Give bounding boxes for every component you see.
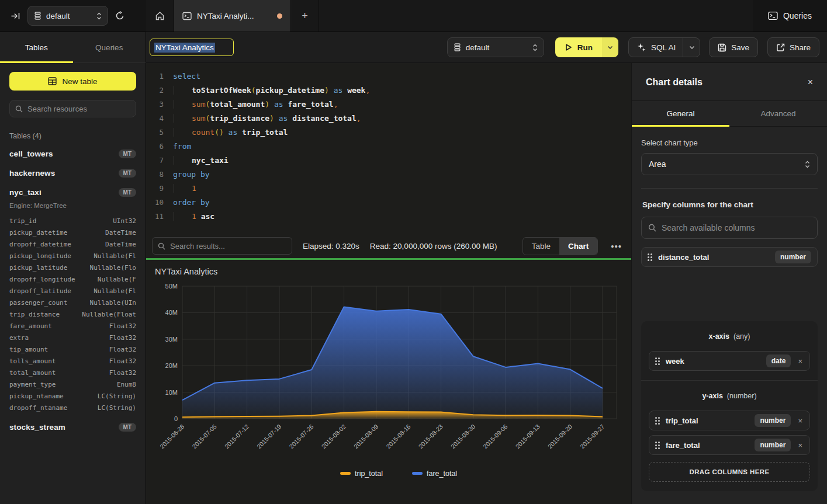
engine-badge: MT [119, 150, 136, 158]
sql-ai-button[interactable]: SQL AI [628, 37, 700, 57]
share-button[interactable]: Share [767, 37, 819, 57]
column-pill-fare_total[interactable]: fare_total number× [649, 435, 810, 455]
drag-handle-icon[interactable] [648, 253, 652, 261]
run-button[interactable]: Run [555, 37, 602, 57]
collapse-sidebar-icon [11, 11, 20, 21]
drag-handle-icon[interactable] [655, 442, 660, 449]
x-axis-hint: (any) [733, 332, 750, 340]
table-item-nyc_taxi[interactable]: nyc_taxi MT [9, 187, 136, 198]
drop-zone[interactable]: DRAG COLUMNS HERE [649, 462, 810, 482]
sidebar-tab-tables[interactable]: Tables [0, 32, 73, 62]
pill-name: week [666, 357, 760, 366]
type-badge: number [755, 439, 791, 451]
code-text: nyc_taxi [164, 156, 229, 165]
tab-advanced[interactable]: Advanced [729, 101, 827, 126]
sql-editor[interactable]: 1 select2 toStartOfWeek(pickup_datetime)… [146, 63, 631, 234]
code-line-9: 9 1 [146, 181, 631, 195]
svg-text:20M: 20M [165, 362, 178, 369]
new-table-label: New table [62, 77, 97, 86]
new-tab-button[interactable]: + [291, 0, 319, 32]
column-type: Float32 [109, 369, 136, 377]
code-line-2: 2 toStartOfWeek(pickup_datetime) as week… [146, 83, 631, 97]
remove-column-button[interactable]: × [797, 357, 804, 366]
remove-column-button[interactable]: × [797, 441, 804, 450]
type-badge: number [755, 414, 791, 427]
svg-text:2015-09-27: 2015-09-27 [579, 423, 606, 450]
tab-general[interactable]: General [632, 101, 729, 126]
view-toggle: TableChart [523, 237, 598, 255]
chart-type-label: Select chart type [641, 138, 818, 147]
search-columns-input[interactable]: Search available columns [641, 217, 818, 239]
new-table-button[interactable]: New table [9, 72, 136, 91]
sql-ai-options-button[interactable] [683, 38, 695, 57]
column-name: pickup_ntaname [9, 392, 64, 400]
svg-text:2015-07-12: 2015-07-12 [223, 423, 251, 450]
column-row-payment_type: payment_type Enum8 [9, 378, 136, 390]
search-resources-placeholder: Search resources [27, 105, 87, 113]
search-icon [158, 242, 165, 250]
table-item-cell_towers[interactable]: cell_towers MT [9, 148, 136, 159]
tab-home[interactable] [146, 0, 174, 32]
results-toolbar: Search results... Elapsed: 0.320s Read: … [146, 234, 631, 260]
close-panel-button[interactable]: × [808, 77, 813, 88]
y-axis-section: y-axis(number) trip_total number× fare_t… [641, 380, 818, 491]
search-results-placeholder: Search results... [170, 242, 225, 251]
results-more-button[interactable]: ••• [608, 241, 624, 251]
table-name: stocks_stream [9, 423, 65, 432]
tab-query-label: NYTaxi Analyti... [197, 12, 272, 20]
column-name: pickup_datetime [9, 229, 67, 237]
save-button[interactable]: Save [709, 37, 758, 57]
column-row-pickup_longitude: pickup_longitude Nullable(Fl [9, 250, 136, 262]
svg-text:2015-08-16: 2015-08-16 [385, 423, 412, 450]
query-title-input[interactable]: NYTaxi Analytics [150, 39, 234, 56]
database-selector-top[interactable]: default [27, 6, 108, 26]
refresh-button[interactable] [115, 11, 124, 20]
top-bar-left: default [0, 0, 146, 32]
column-type: Enum8 [117, 381, 136, 388]
chevron-down-icon [689, 46, 695, 50]
table-item-stocks_stream[interactable]: stocks_stream MT [9, 422, 136, 433]
database-icon [34, 12, 41, 20]
svg-text:2015-08-02: 2015-08-02 [320, 423, 347, 450]
collapse-sidebar-button[interactable] [11, 11, 20, 21]
search-resources-input[interactable]: Search resources [9, 100, 136, 117]
drag-handle-icon[interactable] [655, 357, 660, 365]
column-pill-distance_total[interactable]: distance_total number [641, 247, 818, 267]
specify-columns-label: Specify columns for the chart [642, 200, 818, 209]
svg-text:2015-08-30: 2015-08-30 [449, 423, 477, 450]
save-button-label: Save [731, 43, 749, 52]
sparkle-icon [637, 43, 646, 52]
queries-menu-button[interactable]: Queries [753, 0, 827, 32]
sidebar-tab-queries[interactable]: Queries [73, 32, 146, 62]
table-item-hackernews[interactable]: hackernews MT [9, 168, 136, 179]
view-toggle-table[interactable]: Table [523, 238, 559, 255]
run-options-button[interactable] [602, 37, 618, 57]
search-icon [648, 224, 656, 232]
database-selector-value: default [46, 12, 92, 20]
view-toggle-chart[interactable]: Chart [559, 238, 597, 255]
chart-type-select[interactable]: Area [641, 153, 818, 175]
line-number: 5 [146, 128, 164, 137]
column-type: Nullable(Fl [94, 287, 136, 295]
code-line-1: 1 select [146, 69, 631, 83]
home-icon [155, 11, 165, 21]
remove-column-button[interactable]: × [797, 416, 804, 425]
area-chart[interactable]: 010M20M30M40M50M2015-06-282015-07-052015… [146, 260, 631, 504]
terminal-icon [768, 11, 778, 20]
code-line-6: 6 from [146, 139, 631, 153]
tab-query-nytaxi[interactable]: NYTaxi Analyti... [174, 0, 291, 32]
chart-details-panel: Chart details × General Advanced Select … [631, 63, 827, 504]
column-row-extra: extra Float32 [9, 332, 136, 343]
search-icon [15, 105, 23, 113]
svg-text:2015-08-09: 2015-08-09 [352, 423, 380, 450]
column-pill-week[interactable]: week date× [649, 351, 810, 371]
column-pill-trip_total[interactable]: trip_total number× [649, 411, 810, 430]
tab-advanced-label: Advanced [760, 109, 795, 118]
column-type: Nullable(Flo [90, 264, 136, 272]
database-selector-toolbar[interactable]: default [447, 37, 544, 57]
drag-handle-icon[interactable] [655, 417, 660, 425]
table-list: cell_towers MThackernews MTnyc_taxi MTEn… [9, 148, 136, 433]
search-results-input[interactable]: Search results... [152, 237, 292, 255]
resources-sidebar: New table Search resources Tables (4) ce… [0, 63, 146, 504]
column-type: DateTime [105, 241, 136, 248]
